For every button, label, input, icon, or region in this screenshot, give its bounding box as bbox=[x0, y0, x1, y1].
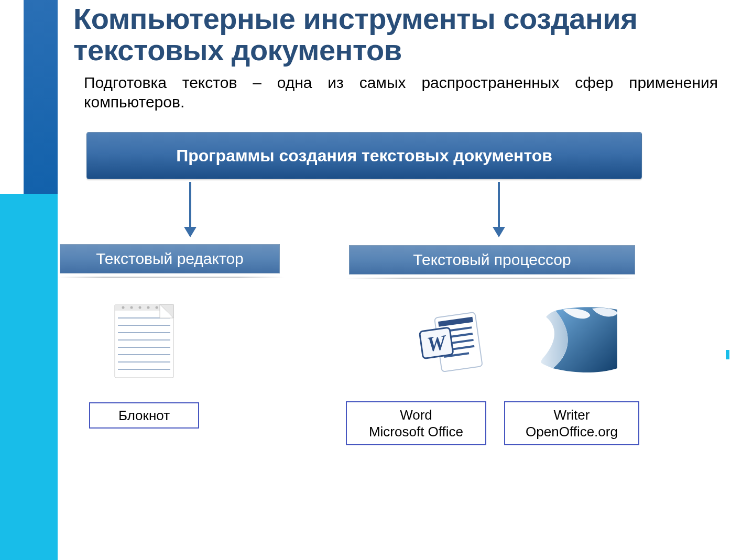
divider bbox=[58, 277, 284, 278]
divider bbox=[346, 278, 637, 279]
content-area: Компьютерные инструменты создания тексто… bbox=[73, 3, 726, 112]
svg-point-6 bbox=[156, 306, 158, 309]
svg-point-4 bbox=[139, 306, 141, 309]
arrow-down-icon bbox=[189, 182, 191, 229]
ms-word-icon: W bbox=[414, 306, 490, 377]
main-banner: Программы создания текстовых документов bbox=[86, 132, 642, 179]
slide-subtitle: Подготовка текстов – одна из самых распр… bbox=[84, 73, 718, 112]
banner-group: Программы создания текстовых документов bbox=[86, 132, 642, 179]
sidebar-stripe-bottom bbox=[0, 194, 58, 560]
app-label-word: Word Microsoft Office bbox=[346, 401, 486, 445]
category-box-editor: Текстовый редактор bbox=[60, 244, 280, 273]
sidebar-stripe-top bbox=[24, 0, 58, 194]
app-label-writer: Writer OpenOffice.org bbox=[504, 401, 639, 445]
accent-dot bbox=[726, 350, 729, 359]
svg-point-5 bbox=[147, 306, 150, 309]
arrow-down-icon bbox=[498, 182, 500, 229]
slide-title: Компьютерные инструменты создания тексто… bbox=[73, 3, 726, 67]
category-box-processor: Текстовый процессор bbox=[349, 245, 635, 274]
notepad-icon bbox=[113, 301, 176, 380]
svg-point-2 bbox=[122, 306, 125, 309]
app-label-notepad: Блокнот bbox=[89, 402, 199, 429]
openoffice-icon bbox=[540, 306, 621, 377]
svg-point-3 bbox=[130, 306, 133, 309]
